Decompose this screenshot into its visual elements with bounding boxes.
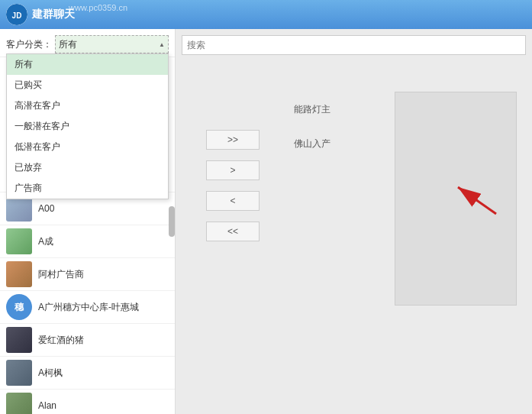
contact-name: Alan xyxy=(38,400,169,411)
window: JD 建群聊天 www.pc0359.cn 客户分类： 所有 ▲ 所有 已购买 … xyxy=(0,0,532,414)
contact-name: 爱红酒的猪 xyxy=(38,334,169,347)
dropdown-item-medium-potential[interactable]: 一般潜在客户 xyxy=(7,116,168,137)
avatar xyxy=(6,196,32,222)
avatar xyxy=(6,393,32,414)
content-area: >> > < << 能路灯主 佛山入产 xyxy=(176,61,532,414)
dropdown-item-purchased[interactable]: 已购买 xyxy=(7,75,168,95)
chevron-up-icon: ▲ xyxy=(159,41,165,48)
move-all-left-button[interactable]: << xyxy=(206,222,260,241)
dropdown-item-all[interactable]: 所有 xyxy=(7,54,168,75)
category-dropdown[interactable]: 所有 ▲ xyxy=(55,35,169,53)
contact-name: A柯枫 xyxy=(38,367,169,380)
move-right-button[interactable]: > xyxy=(206,160,260,180)
main-content: 客户分类： 所有 ▲ 所有 已购买 高潜在客户 一般潜在客户 低潜在客户 已放弃… xyxy=(0,29,532,414)
context-label-1: 能路灯主 xyxy=(294,103,330,116)
context-label-2: 佛山入产 xyxy=(294,137,330,150)
avatar xyxy=(6,228,32,254)
dropdown-menu: 所有 已购买 高潜在客户 一般潜在客户 低潜在客户 已放弃 广告商 xyxy=(6,53,169,199)
contact-name: A广州穗方中心库-叶惠城 xyxy=(38,301,169,314)
list-item[interactable]: 穗 A广州穗方中心库-叶惠城 xyxy=(0,291,175,324)
contact-name: A00 xyxy=(38,203,169,214)
category-dropdown-text: 所有 xyxy=(59,38,77,51)
selected-list-area xyxy=(395,92,517,306)
list-item[interactable]: A成 xyxy=(0,225,175,258)
dropdown-item-abandoned[interactable]: 已放弃 xyxy=(7,157,168,178)
contact-name: A成 xyxy=(38,235,169,248)
search-input[interactable] xyxy=(182,35,526,55)
svg-text:JD: JD xyxy=(12,11,22,20)
right-top xyxy=(176,29,532,61)
right-panel: >> > < << 能路灯主 佛山入产 xyxy=(176,29,532,414)
app-logo: JD xyxy=(6,4,27,25)
scrollbar[interactable] xyxy=(169,206,175,237)
avatar xyxy=(6,327,32,353)
avatar xyxy=(6,360,32,386)
list-item[interactable]: A柯枫 xyxy=(0,357,175,390)
watermark: www.pc0359.cn xyxy=(69,3,127,12)
avatar xyxy=(6,261,32,287)
move-all-right-button[interactable]: >> xyxy=(206,130,260,150)
move-left-button[interactable]: < xyxy=(206,191,260,211)
list-item[interactable]: Alan xyxy=(0,390,175,414)
dropdown-item-advertiser[interactable]: 广告商 xyxy=(7,178,168,199)
list-item[interactable]: 爱红酒的猪 xyxy=(0,324,175,357)
transfer-buttons-area: >> > < << xyxy=(176,130,290,241)
left-panel: 客户分类： 所有 ▲ 所有 已购买 高潜在客户 一般潜在客户 低潜在客户 已放弃… xyxy=(0,29,176,414)
dropdown-item-low-potential[interactable]: 低潜在客户 xyxy=(7,137,168,157)
header-bar: JD 建群聊天 www.pc0359.cn xyxy=(0,0,532,29)
contact-name: 阿村广告商 xyxy=(38,268,169,281)
list-item[interactable]: 阿村广告商 xyxy=(0,258,175,291)
avatar: 穗 xyxy=(6,294,32,320)
dropdown-item-high-potential[interactable]: 高潜在客户 xyxy=(7,95,168,116)
category-label: 客户分类： xyxy=(6,38,52,51)
